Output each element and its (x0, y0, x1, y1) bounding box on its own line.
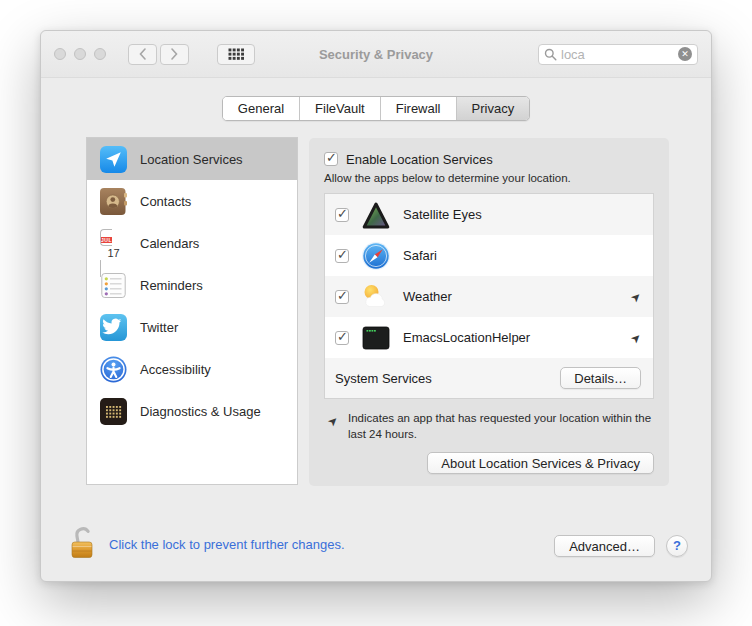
about-location-services-button[interactable]: About Location Services & Privacy (427, 452, 654, 474)
zoom-button[interactable] (94, 48, 106, 60)
app-row-safari[interactable]: Safari (325, 235, 653, 276)
lock-icon[interactable] (69, 525, 95, 564)
safari-app-icon (361, 241, 391, 271)
weather-checkbox[interactable] (335, 290, 349, 304)
calendar-day-label: 17 (100, 245, 127, 261)
window-controls (54, 48, 106, 60)
location-services-panel: Enable Location Services Allow the apps … (309, 138, 669, 486)
back-button[interactable] (128, 44, 157, 65)
recent-location-arrow-icon (629, 330, 643, 345)
grid-icon (228, 48, 245, 61)
chevron-left-icon (138, 47, 147, 61)
app-name: Safari (403, 248, 437, 263)
app-row-satellite-eyes[interactable]: Satellite Eyes (325, 194, 653, 235)
details-button[interactable]: Details… (560, 367, 641, 389)
sidebar-item-twitter[interactable]: Twitter (87, 306, 297, 348)
sidebar-item-reminders[interactable]: Reminders (87, 264, 297, 306)
enable-location-label: Enable Location Services (346, 152, 493, 167)
calendar-icon: JUL 17 (100, 230, 127, 257)
app-row-weather[interactable]: Weather (325, 276, 653, 317)
search-field[interactable] (538, 44, 698, 65)
satellite-eyes-checkbox[interactable] (335, 208, 349, 222)
sidebar-item-label: Location Services (140, 152, 243, 167)
emacslocationhelper-app-icon (361, 323, 391, 353)
close-button[interactable] (54, 48, 66, 60)
sidebar-item-label: Contacts (140, 194, 191, 209)
panel-subtitle: Allow the apps below to determine your l… (324, 172, 654, 184)
sidebar-item-label: Diagnostics & Usage (140, 404, 261, 419)
privacy-sidebar: Location Services Contacts (86, 137, 298, 485)
tab-filevault[interactable]: FileVault (299, 97, 380, 120)
diagnostics-icon (100, 398, 127, 425)
sidebar-item-label: Calendars (140, 236, 199, 251)
security-privacy-window: Security & Privacy General FileVault Fir… (40, 30, 712, 582)
tab-general[interactable]: General (223, 97, 299, 120)
footnote-text: Indicates an app that has requested your… (348, 411, 654, 442)
recent-location-footnote: Indicates an app that has requested your… (324, 411, 654, 442)
sidebar-item-accessibility[interactable]: Accessibility (87, 348, 297, 390)
sidebar-item-label: Twitter (140, 320, 178, 335)
contacts-icon (100, 188, 127, 215)
safari-checkbox[interactable] (335, 249, 349, 263)
accessibility-icon (100, 356, 127, 383)
sidebar-item-label: Accessibility (140, 362, 211, 377)
satellite-eyes-app-icon (361, 200, 391, 230)
help-button[interactable]: ? (666, 535, 688, 557)
tab-bar: General FileVault Firewall Privacy (41, 96, 711, 121)
app-name: Satellite Eyes (403, 207, 482, 222)
sidebar-item-diagnostics[interactable]: Diagnostics & Usage (87, 390, 297, 432)
lock-hint-text[interactable]: Click the lock to prevent further change… (109, 537, 345, 552)
weather-app-icon (361, 282, 391, 312)
location-arrow-icon (326, 413, 340, 442)
tab-firewall[interactable]: Firewall (380, 97, 456, 120)
emacslocationhelper-checkbox[interactable] (335, 331, 349, 345)
advanced-button[interactable]: Advanced… (554, 535, 655, 557)
app-row-emacslocationhelper[interactable]: EmacsLocationHelper (325, 317, 653, 358)
tab-privacy[interactable]: Privacy (456, 97, 530, 120)
search-icon (544, 48, 557, 61)
enable-location-checkbox[interactable] (324, 152, 338, 166)
app-list: Satellite Eyes Safari (324, 193, 654, 399)
sidebar-item-calendars[interactable]: JUL 17 Calendars (87, 222, 297, 264)
forward-button[interactable] (160, 44, 189, 65)
system-services-row: System Services Details… (325, 358, 653, 398)
clear-search-icon[interactable] (678, 47, 692, 61)
system-services-label: System Services (335, 371, 432, 386)
chevron-right-icon (170, 47, 179, 61)
recent-location-arrow-icon (629, 289, 643, 304)
sidebar-item-label: Reminders (140, 278, 203, 293)
minimize-button[interactable] (74, 48, 86, 60)
app-name: EmacsLocationHelper (403, 330, 530, 345)
location-icon (100, 146, 127, 173)
app-name: Weather (403, 289, 452, 304)
reminders-icon (100, 272, 127, 299)
calendar-month-label: JUL (101, 237, 112, 243)
sidebar-item-location-services[interactable]: Location Services (87, 138, 297, 180)
show-all-button[interactable] (217, 44, 255, 65)
sidebar-item-contacts[interactable]: Contacts (87, 180, 297, 222)
twitter-icon (100, 314, 127, 341)
titlebar: Security & Privacy (41, 31, 711, 78)
search-input[interactable] (561, 47, 678, 62)
